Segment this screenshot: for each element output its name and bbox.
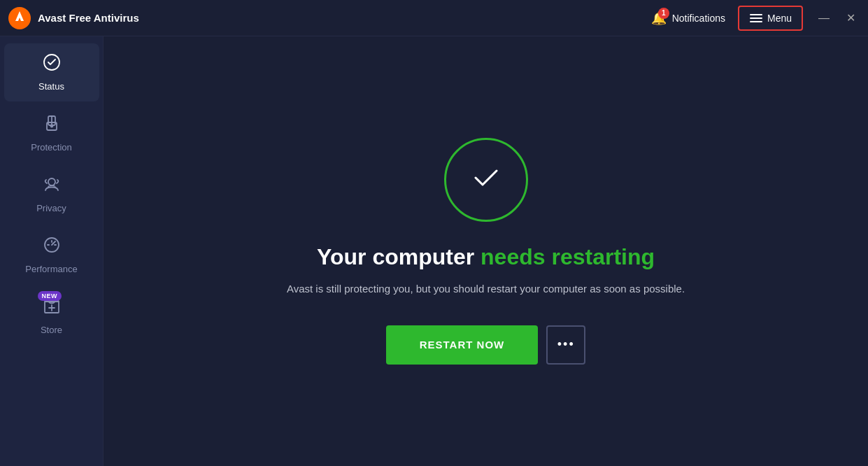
sidebar-item-label-store: Store	[41, 325, 62, 335]
status-circle	[444, 138, 528, 222]
svg-point-8	[50, 125, 52, 127]
check-mark-icon	[467, 159, 505, 202]
sidebar-item-protection[interactable]: Protection	[4, 104, 99, 162]
svg-point-9	[48, 178, 55, 185]
window-controls: — ✕	[814, 10, 860, 27]
heading-part2: needs restarting	[481, 244, 655, 269]
sidebar-item-label-protection: Protection	[31, 142, 72, 153]
action-buttons: RESTART NOW •••	[386, 325, 586, 365]
title-bar-left: Avast Free Antivirus	[8, 7, 139, 29]
performance-icon	[43, 236, 61, 258]
sub-text: Avast is still protecting you, but you s…	[287, 281, 685, 297]
sidebar-item-performance[interactable]: Performance	[4, 226, 99, 284]
notifications-label: Notifications	[672, 13, 725, 24]
app-title: Avast Free Antivirus	[38, 12, 139, 24]
sidebar-item-label-privacy: Privacy	[36, 203, 66, 213]
menu-icon	[749, 11, 763, 25]
content-area: Your computer needs restarting Avast is …	[104, 36, 868, 466]
avast-logo	[8, 7, 31, 29]
minimize-button[interactable]: —	[814, 10, 834, 27]
more-options-button[interactable]: •••	[546, 325, 585, 365]
more-icon: •••	[557, 337, 575, 352]
close-button[interactable]: ✕	[842, 10, 860, 27]
menu-button[interactable]: Menu	[738, 6, 803, 31]
status-icon	[43, 53, 61, 76]
main-layout: Status Protection	[0, 36, 868, 466]
sidebar-item-label-status: Status	[38, 81, 64, 92]
main-heading: Your computer needs restarting	[317, 244, 655, 270]
new-badge: NEW	[38, 291, 62, 301]
sidebar-item-label-performance: Performance	[25, 264, 77, 274]
title-bar-right: 🔔 1 Notifications Menu — ✕	[644, 6, 860, 31]
heading-part1: Your computer	[317, 244, 481, 269]
title-bar: Avast Free Antivirus 🔔 1 Notifications M…	[0, 0, 868, 36]
sidebar-item-store[interactable]: NEW Store	[4, 287, 99, 345]
protection-icon	[43, 114, 61, 136]
bell-icon: 🔔 1	[651, 10, 667, 26]
sidebar-item-status[interactable]: Status	[4, 43, 99, 101]
sidebar-item-privacy[interactable]: Privacy	[4, 165, 99, 223]
menu-label: Menu	[767, 13, 792, 24]
restart-now-button[interactable]: RESTART NOW	[386, 325, 539, 365]
notification-badge: 1	[658, 8, 669, 19]
svg-point-0	[8, 7, 31, 29]
notifications-button[interactable]: 🔔 1 Notifications	[644, 6, 732, 30]
sidebar: Status Protection	[0, 36, 104, 466]
privacy-icon	[43, 175, 61, 197]
